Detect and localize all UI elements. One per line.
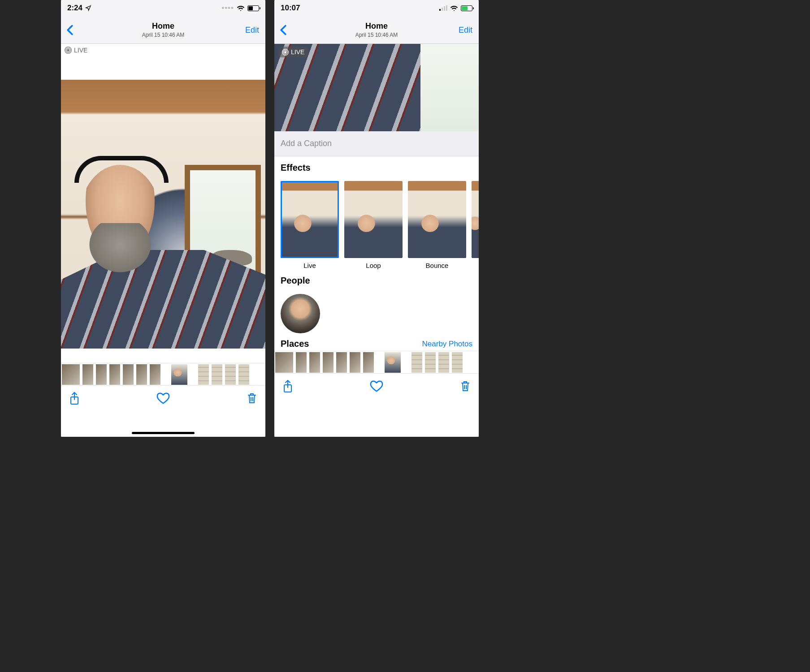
svg-rect-7 — [446, 5, 447, 11]
photo-preview[interactable]: LIVE — [274, 44, 479, 131]
wifi-icon — [237, 5, 245, 11]
dots-icon: •••• — [221, 4, 234, 13]
phone-right: 10:07 Home April 15 10:46 AM Edit — [274, 0, 479, 437]
back-button[interactable] — [66, 25, 74, 35]
status-bar: 10:07 — [274, 0, 479, 16]
battery-icon — [247, 5, 259, 11]
delete-button[interactable] — [460, 380, 471, 392]
status-time: 10:07 — [281, 4, 300, 13]
share-button[interactable] — [282, 379, 293, 393]
photo-detail-scroll[interactable]: LIVE Effects Live Loop — [274, 44, 479, 437]
nearby-photos-link[interactable]: Nearby Photos — [422, 340, 472, 349]
caption-field[interactable] — [274, 131, 479, 156]
battery-charging-icon — [461, 5, 472, 11]
people-heading: People — [281, 276, 472, 286]
strip-thumb[interactable] — [62, 364, 80, 385]
strip-thumb[interactable] — [150, 364, 160, 385]
cellular-icon — [439, 5, 447, 11]
places-heading: Places — [281, 339, 309, 349]
strip-thumb-current[interactable] — [171, 364, 187, 385]
effect-bounce[interactable]: Bounce — [408, 181, 466, 269]
strip-thumb[interactable] — [212, 364, 222, 385]
status-bar: 2:24 •••• — [61, 0, 265, 16]
strip-thumb[interactable] — [323, 352, 334, 373]
strip-thumb[interactable] — [425, 352, 436, 373]
svg-rect-4 — [439, 9, 441, 11]
nav-subtitle: April 15 10:46 AM — [355, 32, 398, 38]
strip-thumb[interactable] — [411, 352, 422, 373]
status-time: 2:24 — [67, 4, 82, 13]
strip-thumb[interactable] — [82, 364, 93, 385]
strip-thumb[interactable] — [309, 352, 320, 373]
favorite-button[interactable] — [156, 392, 170, 405]
svg-rect-5 — [442, 8, 443, 11]
strip-thumb[interactable] — [136, 364, 147, 385]
strip-thumb[interactable] — [225, 364, 236, 385]
location-icon — [85, 5, 91, 11]
effects-heading: Effects — [281, 163, 472, 173]
toolbar — [61, 385, 265, 410]
favorite-button[interactable] — [370, 380, 383, 392]
strip-thumb[interactable] — [238, 364, 249, 385]
effect-live[interactable]: Live — [281, 181, 339, 269]
live-badge: LIVE — [65, 47, 87, 54]
nav-subtitle: April 15 10:46 AM — [142, 32, 185, 38]
strip-thumb[interactable] — [438, 352, 449, 373]
svg-point-0 — [67, 49, 69, 51]
caption-input[interactable] — [281, 139, 472, 148]
svg-rect-6 — [444, 6, 445, 11]
wifi-icon — [450, 5, 458, 11]
share-button[interactable] — [69, 392, 80, 405]
strip-thumb[interactable] — [350, 352, 360, 373]
effects-row[interactable]: Live Loop Bounce — [274, 181, 479, 269]
photo-viewer[interactable]: LIVE — [61, 44, 265, 437]
strip-thumb[interactable] — [275, 352, 293, 373]
nav-header: Home April 15 10:46 AM Edit — [61, 16, 265, 44]
strip-thumb-current[interactable] — [385, 352, 401, 373]
nav-header: Home April 15 10:46 AM Edit — [274, 16, 479, 44]
svg-point-8 — [285, 51, 286, 53]
strip-thumb[interactable] — [198, 364, 209, 385]
photo-strip[interactable] — [274, 351, 479, 373]
nav-title: Home — [142, 22, 185, 31]
strip-thumb[interactable] — [296, 352, 307, 373]
delete-button[interactable] — [247, 392, 257, 405]
main-photo[interactable] — [61, 80, 265, 349]
edit-button[interactable]: Edit — [245, 25, 259, 34]
home-indicator[interactable] — [132, 432, 195, 434]
strip-thumb[interactable] — [123, 364, 134, 385]
strip-thumb[interactable] — [336, 352, 347, 373]
nav-title: Home — [355, 22, 398, 31]
back-button[interactable] — [280, 25, 287, 35]
edit-button[interactable]: Edit — [459, 25, 472, 34]
strip-thumb[interactable] — [452, 352, 463, 373]
strip-thumb[interactable] — [109, 364, 120, 385]
strip-thumb[interactable] — [96, 364, 107, 385]
effect-loop[interactable]: Loop — [344, 181, 403, 269]
live-badge: LIVE — [278, 47, 308, 57]
photo-strip[interactable] — [61, 363, 265, 385]
person-avatar[interactable] — [281, 294, 320, 333]
phone-left: 2:24 •••• Home April 15 10:46 AM — [61, 0, 265, 437]
effect-more[interactable] — [472, 181, 479, 269]
toolbar — [274, 373, 479, 398]
strip-thumb[interactable] — [363, 352, 374, 373]
